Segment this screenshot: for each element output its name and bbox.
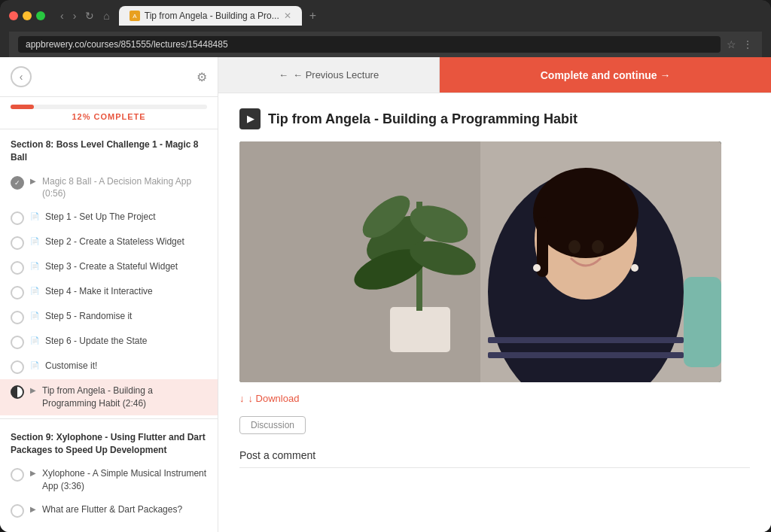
bookmark-icon[interactable]: ☆ [727, 38, 736, 50]
list-item[interactable]: 📄 Customise it! [0, 354, 218, 379]
lesson-status-circle [11, 336, 24, 349]
progress-bar-fill [11, 105, 34, 109]
lesson-title: Step 4 - Make it Interactive [45, 285, 153, 298]
list-item[interactable]: 📄 Step 4 - Make it Interactive [0, 280, 218, 305]
settings-icon[interactable]: ⚙ [197, 70, 207, 84]
tab-bar: A Tip from Angela - Building a Pro... ✕ … [119, 6, 762, 26]
list-item[interactable]: 📄 Step 1 - Set Up The Project [0, 205, 218, 230]
video-icon: ▶ [30, 505, 36, 513]
lesson-title: Step 6 - Update the State [45, 335, 147, 348]
progress-section: 12% COMPLETE [0, 97, 218, 129]
lesson-status-circle [11, 468, 24, 482]
lesson-status-circle [11, 311, 24, 324]
tab-close-button[interactable]: ✕ [284, 11, 291, 21]
download-label: ↓ Download [248, 393, 300, 404]
video-icon: ▶ [30, 386, 36, 394]
previous-lecture-button[interactable]: ← ← Previous Lecture [218, 57, 440, 93]
address-bar: ☆ ⋮ [9, 32, 762, 57]
sidebar-back-button[interactable]: ‹ [11, 66, 32, 87]
new-tab-button[interactable]: + [303, 6, 322, 26]
sidebar-header: ‹ ⚙ [0, 57, 218, 97]
lesson-status-circle [11, 504, 24, 518]
section8-header: Section 8: Boss Level Challenge 1 - Magi… [0, 129, 218, 170]
left-arrow-icon: ← [279, 69, 288, 81]
top-navigation: ← ← Previous Lecture Complete and contin… [218, 57, 771, 93]
download-icon: ↓ [239, 393, 245, 404]
home-button[interactable]: ⌂ [100, 8, 112, 23]
lesson-status-circle [11, 261, 24, 275]
discussion-tab[interactable]: Discussion [239, 416, 306, 434]
list-item[interactable]: ✓ ▶ Magic 8 Ball - A Decision Making App… [0, 170, 218, 206]
progress-bar-container [11, 105, 207, 109]
post-comment-label: Post a comment [239, 449, 315, 461]
lesson-status-circle [11, 360, 24, 374]
discussion-label: Discussion [251, 420, 294, 430]
traffic-lights [9, 11, 45, 20]
minimize-button[interactable] [23, 11, 32, 20]
url-input[interactable] [18, 36, 721, 53]
lesson-title: What are Flutter & Dart Packages? [42, 503, 182, 516]
video-scene-svg [239, 141, 721, 382]
lesson-title: Step 5 - Randomise it [45, 310, 132, 323]
doc-icon: 📄 [30, 336, 39, 345]
section-divider [0, 418, 218, 419]
sidebar: ‹ ⚙ 12% COMPLETE Section 8: Boss Level C… [0, 57, 218, 532]
video-icon: ▶ [30, 177, 36, 185]
svg-point-11 [533, 168, 638, 258]
prev-lecture-label: ← Previous Lecture [293, 69, 379, 81]
svg-point-13 [568, 240, 581, 254]
close-button[interactable] [9, 11, 18, 20]
lecture-title: Tip from Angela - Building a Programming… [268, 111, 577, 127]
lesson-title: Xylophone - A Simple Musical Instrument … [42, 467, 207, 493]
active-tab[interactable]: A Tip from Angela - Building a Pro... ✕ [119, 6, 302, 26]
list-item[interactable]: 📄 Step 6 - Update the State [0, 330, 218, 354]
list-item[interactable]: 📄 Step 5 - Randomise it [0, 305, 218, 330]
refresh-button[interactable]: ↻ [82, 8, 97, 23]
lesson-title: Step 2 - Create a Stateless Widget [45, 236, 184, 248]
download-button[interactable]: ↓ ↓ Download [239, 393, 750, 404]
list-item[interactable]: 📄 Step 2 - Create a Stateless Widget [0, 230, 218, 255]
list-item[interactable]: ▶ Xylophone - A Simple Musical Instrumen… [0, 462, 218, 498]
lesson-title: Magic 8 Ball - A Decision Making App (0:… [42, 175, 207, 201]
address-bar-icons: ☆ ⋮ [727, 38, 753, 50]
video-icon: ▶ [30, 469, 36, 477]
main-content: ← ← Previous Lecture Complete and contin… [218, 57, 771, 532]
menu-icon[interactable]: ⋮ [742, 38, 753, 50]
video-player[interactable] [239, 141, 721, 382]
svg-point-14 [592, 240, 604, 254]
post-comment-area[interactable]: Post a comment [239, 443, 750, 468]
lecture-title-row: ▶ Tip from Angela - Building a Programmi… [239, 108, 750, 129]
lesson-status-circle [11, 211, 24, 225]
progress-label: 12% COMPLETE [11, 112, 207, 121]
tab-title: Tip from Angela - Building a Pro... [145, 11, 279, 21]
list-item[interactable]: 📄 Step 3 - Create a Stateful Widget [0, 255, 218, 280]
section9-header: Section 9: Xylophone - Using Flutter and… [0, 422, 218, 463]
lesson-status-circle [11, 286, 24, 299]
app-container: ‹ ⚙ 12% COMPLETE Section 8: Boss Level C… [0, 57, 771, 532]
forward-nav-button[interactable]: › [70, 8, 80, 23]
browser-chrome: ‹ › ↻ ⌂ A Tip from Angela - Building a P… [0, 0, 771, 57]
lesson-status-completed: ✓ [11, 176, 24, 190]
video-thumbnail [239, 141, 721, 382]
browser-nav: ‹ › ↻ ⌂ [57, 8, 113, 23]
back-nav-button[interactable]: ‹ [57, 8, 67, 23]
fullscreen-button[interactable] [36, 11, 45, 20]
doc-icon: 📄 [30, 262, 39, 270]
complete-label: Complete and continue → [541, 69, 671, 81]
lesson-title: Tip from Angela - Building a Programming… [42, 385, 207, 410]
lesson-status-circle [11, 236, 24, 250]
svg-point-18 [533, 264, 541, 272]
doc-icon: 📄 [30, 237, 39, 245]
content-area: ▶ Tip from Angela - Building a Programmi… [218, 93, 771, 483]
svg-rect-15 [488, 337, 684, 343]
video-play-icon: ▶ [239, 108, 261, 129]
doc-icon: 📄 [30, 287, 39, 295]
list-item[interactable]: ▶ What are Flutter & Dart Packages? [0, 498, 218, 523]
svg-rect-2 [390, 307, 450, 352]
lesson-title: Customise it! [45, 360, 97, 372]
back-icon: ‹ [20, 71, 23, 83]
complete-and-continue-button[interactable]: Complete and continue → [440, 57, 771, 93]
lesson-status-active [11, 385, 24, 399]
list-item[interactable]: ▶ Tip from Angela - Building a Programmi… [0, 379, 218, 415]
svg-rect-16 [488, 352, 684, 358]
